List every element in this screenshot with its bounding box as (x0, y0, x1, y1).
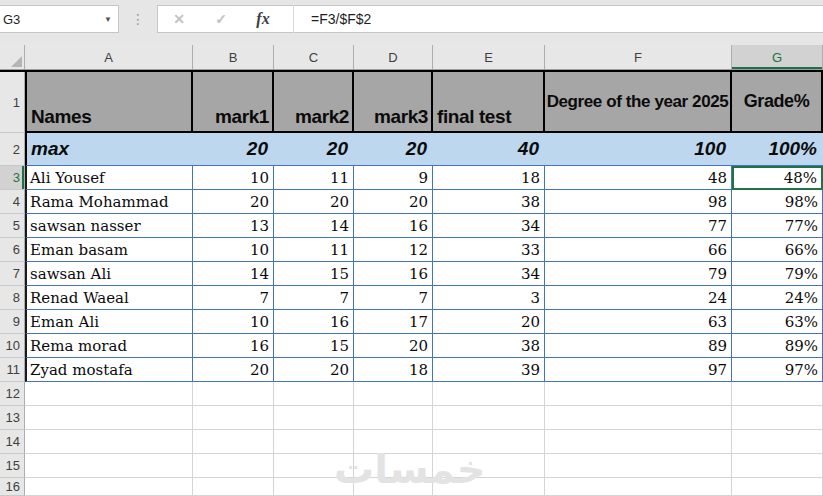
cell[interactable]: 18 (354, 358, 433, 382)
cell[interactable]: Eman Ali (25, 310, 193, 334)
cell[interactable]: Rama Mohammad (25, 190, 193, 214)
cell[interactable] (193, 382, 274, 406)
cell[interactable]: 10 (193, 310, 274, 334)
cell[interactable] (354, 430, 433, 454)
row-header[interactable]: 4 (0, 190, 25, 214)
cell[interactable] (25, 382, 193, 406)
cancel-icon[interactable]: ✕ (158, 11, 200, 27)
cell[interactable] (193, 478, 274, 496)
cell[interactable]: Eman basam (25, 238, 193, 262)
cell[interactable] (274, 454, 354, 478)
cell-d1[interactable]: mark3 (354, 72, 433, 133)
cell[interactable]: 13 (193, 214, 274, 238)
cell[interactable]: Zyad mostafa (25, 358, 193, 382)
row-header[interactable]: 9 (0, 310, 25, 334)
cell-d2[interactable]: 20 (354, 133, 433, 166)
row-header[interactable]: 15 (0, 454, 25, 478)
cell[interactable]: 11 (274, 166, 354, 190)
cell[interactable]: 20 (274, 358, 354, 382)
cell[interactable]: 10 (193, 238, 274, 262)
cell[interactable]: 77% (732, 214, 823, 238)
row-header[interactable]: 14 (0, 430, 25, 454)
cell-g1[interactable]: Grade% (732, 72, 823, 133)
cell[interactable]: 12 (354, 238, 433, 262)
cell-b1[interactable]: mark1 (193, 72, 274, 133)
cell[interactable]: 20 (274, 190, 354, 214)
cell[interactable] (193, 454, 274, 478)
row-header[interactable]: 11 (0, 358, 25, 382)
cell[interactable] (354, 454, 433, 478)
cell[interactable]: Rema morad (25, 334, 193, 358)
cell[interactable]: 79% (732, 262, 823, 286)
cell[interactable]: 14 (193, 262, 274, 286)
cell[interactable]: 89 (545, 334, 732, 358)
cell[interactable]: 16 (274, 310, 354, 334)
column-header-f[interactable]: F (545, 45, 732, 69)
cell[interactable] (732, 406, 823, 430)
row-header[interactable]: 7 (0, 262, 25, 286)
cell[interactable]: 15 (274, 334, 354, 358)
cell[interactable]: 79 (545, 262, 732, 286)
cell-c2[interactable]: 20 (274, 133, 354, 166)
row-header[interactable]: 13 (0, 406, 25, 430)
cell[interactable] (354, 406, 433, 430)
cell[interactable]: sawsan Ali (25, 262, 193, 286)
cell-g2[interactable]: 100% (732, 133, 823, 166)
cell[interactable]: 33 (433, 238, 545, 262)
column-header-e[interactable]: E (433, 45, 545, 69)
cell[interactable]: 14 (274, 214, 354, 238)
chevron-down-icon[interactable]: ▼ (98, 15, 118, 24)
cell[interactable]: sawsan nasser (25, 214, 193, 238)
cell[interactable] (545, 454, 732, 478)
cell[interactable] (354, 478, 433, 496)
cell[interactable]: 38 (433, 334, 545, 358)
cell[interactable]: Ali Yousef (25, 166, 193, 190)
cell[interactable] (545, 406, 732, 430)
cell[interactable]: 39 (433, 358, 545, 382)
cell[interactable] (193, 406, 274, 430)
column-header-d[interactable]: D (354, 45, 433, 69)
cell[interactable] (732, 430, 823, 454)
cell-c1[interactable]: mark2 (274, 72, 354, 133)
cell[interactable] (25, 478, 193, 496)
cell[interactable]: 20 (433, 310, 545, 334)
formula-input[interactable]: =F3/$F$2 (294, 11, 823, 27)
cell[interactable]: 18 (433, 166, 545, 190)
row-header[interactable]: 6 (0, 238, 25, 262)
cell[interactable]: 20 (193, 358, 274, 382)
cell[interactable] (732, 478, 823, 496)
cell[interactable]: 34 (433, 214, 545, 238)
row-header[interactable]: 10 (0, 334, 25, 358)
cell[interactable]: 15 (274, 262, 354, 286)
cell[interactable] (25, 430, 193, 454)
cell[interactable]: 24 (545, 286, 732, 310)
cell[interactable] (545, 430, 732, 454)
cell[interactable] (545, 478, 732, 496)
cell-e2[interactable]: 40 (433, 133, 545, 166)
cell[interactable]: 66 (545, 238, 732, 262)
cell[interactable]: 89% (732, 334, 823, 358)
column-header-g-selected[interactable]: G (732, 45, 823, 69)
cell[interactable] (732, 382, 823, 406)
row-header[interactable]: 12 (0, 382, 25, 406)
cell[interactable] (354, 382, 433, 406)
enter-icon[interactable]: ✓ (200, 11, 242, 27)
cell[interactable]: 98 (545, 190, 732, 214)
selected-cell-g3[interactable]: 48% (732, 166, 823, 190)
cell[interactable]: 16 (354, 262, 433, 286)
cell[interactable] (433, 382, 545, 406)
cell[interactable]: 20 (354, 334, 433, 358)
cell-b2[interactable]: 20 (193, 133, 274, 166)
cell[interactable] (193, 430, 274, 454)
column-header-b[interactable]: B (193, 45, 274, 69)
select-all-corner[interactable] (0, 45, 25, 69)
cell[interactable]: 7 (193, 286, 274, 310)
cell[interactable]: 3 (433, 286, 545, 310)
cell[interactable]: 20 (193, 190, 274, 214)
cell[interactable]: 38 (433, 190, 545, 214)
cell[interactable] (25, 406, 193, 430)
cell[interactable] (25, 454, 193, 478)
cell[interactable]: 16 (193, 334, 274, 358)
cell[interactable] (433, 454, 545, 478)
cell[interactable] (545, 382, 732, 406)
